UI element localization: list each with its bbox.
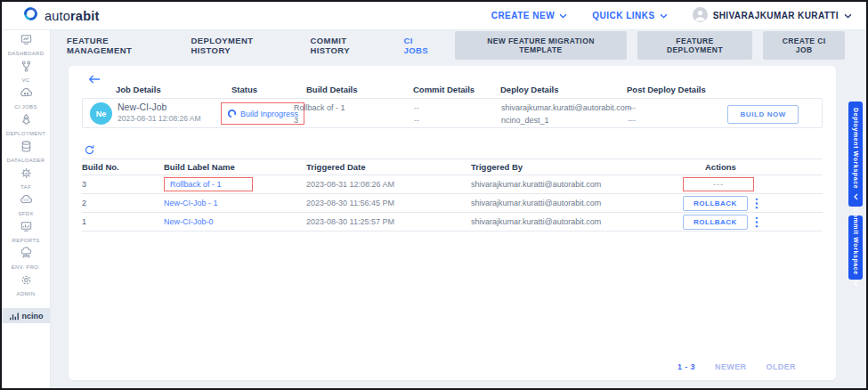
status-badge: Build Inprogress bbox=[240, 110, 298, 118]
annotation-box-status: Build Inprogress bbox=[221, 102, 304, 125]
annotation-box-build-label: Rollback of - 1 bbox=[164, 177, 253, 191]
build-label-link[interactable]: Rollback of - 1 bbox=[170, 180, 222, 189]
sidebar-item-sfdx[interactable]: DX SFDX bbox=[2, 191, 50, 217]
col-build-details: Build Details bbox=[306, 85, 358, 94]
col-build-label-name: Build Label Name bbox=[164, 162, 306, 172]
quick-links-menu[interactable]: QUICK LINKS bbox=[592, 11, 668, 20]
commit-workspace-tab[interactable]: Commit Workspace bbox=[848, 215, 863, 280]
user-menu[interactable]: SHIVARAJKUMAR KURATTI bbox=[693, 7, 852, 24]
build-no: 3 bbox=[82, 180, 164, 189]
new-feature-migration-template-button[interactable]: NEW FEATURE MIGRATION TEMPLATE bbox=[455, 31, 627, 60]
autorabit-swirl-icon bbox=[23, 6, 38, 25]
job-name: New-CI-Job bbox=[118, 102, 201, 112]
sidebar-item-vc[interactable]: VC bbox=[2, 58, 50, 84]
table-row: 1 New-CI-Job-0 2023-08-30 11:25:57 PM sh… bbox=[82, 213, 823, 232]
build-label-link[interactable]: New-CI-Job-0 bbox=[164, 217, 306, 226]
col-deploy-details: Deploy Details bbox=[500, 85, 558, 94]
sidebar-item-dataloader[interactable]: DATALOADER bbox=[2, 138, 50, 164]
commit-detail-line1: -- bbox=[414, 102, 419, 114]
tab-feature-management[interactable]: FEATURE MANAGEMENT bbox=[67, 32, 176, 59]
svg-text:DX: DX bbox=[23, 198, 28, 202]
build-label-link[interactable]: New-CI-Job - 1 bbox=[164, 199, 306, 207]
table-row: 3 Rollback of - 1 2023-08-31 12:08:26 AM… bbox=[82, 175, 823, 194]
pagination-newer[interactable]: NEWER bbox=[715, 362, 747, 371]
sidebar-project-ncino[interactable]: ncino bbox=[2, 308, 50, 323]
deployment-workspace-tab[interactable]: Deployment Workspace bbox=[848, 102, 863, 207]
job-timestamp: 2023-08-31 12:08:26 AM bbox=[118, 114, 201, 123]
chevron-expand-icon bbox=[854, 280, 858, 287]
col-actions: Actions bbox=[683, 162, 823, 172]
top-bar: autorabit CREATE NEW QUICK LINKS SHIVARA… bbox=[2, 2, 866, 30]
tab-deployment-history[interactable]: DEPLOYMENT HISTORY bbox=[191, 32, 296, 59]
gear-check-icon bbox=[20, 167, 33, 183]
sidebar-item-env-pro[interactable]: ENV. PRO. bbox=[2, 245, 50, 271]
kebab-menu-icon[interactable] bbox=[755, 216, 758, 228]
dashboard-icon bbox=[20, 33, 33, 50]
build-no: 2 bbox=[82, 199, 164, 207]
triggered-by: shivarajkumar.kuratti@autorabit.com bbox=[471, 217, 683, 226]
col-commit-details: Commit Details bbox=[413, 85, 475, 94]
app-window: autorabit CREATE NEW QUICK LINKS SHIVARA… bbox=[0, 0, 868, 390]
col-triggered-date: Triggered Date bbox=[306, 162, 471, 172]
rollback-button[interactable]: ROLLBACK bbox=[683, 196, 748, 211]
sidebar-item-ci-jobs[interactable]: CI JOBS bbox=[2, 85, 50, 110]
sidebar-nav: DASHBOARD VC CI JOBS DEPLOYMENT DATALOAD… bbox=[2, 30, 51, 388]
rollback-button[interactable]: ROLLBACK bbox=[683, 215, 748, 230]
chevron-down-icon bbox=[844, 11, 852, 20]
sfdx-cloud-icon: DX bbox=[20, 193, 33, 210]
job-avatar: Ne bbox=[90, 102, 112, 125]
post-deploy-line2: --- bbox=[628, 114, 636, 126]
build-detail-line1: Rollback of - 1 bbox=[294, 102, 345, 114]
col-triggered-by: Triggered By bbox=[471, 162, 683, 172]
database-icon bbox=[20, 140, 33, 157]
create-ci-job-button[interactable]: CREATE CI JOB bbox=[763, 31, 845, 60]
sidebar-item-dashboard[interactable]: DASHBOARD bbox=[2, 31, 50, 57]
col-build-no: Build No. bbox=[82, 162, 164, 172]
sidebar-item-taf[interactable]: TAF bbox=[2, 165, 50, 191]
col-post-deploy-details: Post Deploy Details bbox=[627, 85, 706, 94]
spinner-icon bbox=[227, 109, 237, 118]
sidebar-item-reports[interactable]: REPORTS bbox=[2, 218, 50, 244]
builds-table-header: Build No. Build Label Name Triggered Dat… bbox=[82, 158, 823, 175]
sidebar-item-deployment[interactable]: DEPLOYMENT bbox=[2, 111, 50, 137]
chevron-expand-icon bbox=[854, 193, 858, 200]
ci-jobs-cloud-icon bbox=[20, 86, 33, 103]
sidebar-item-admin[interactable]: ADMIN bbox=[2, 272, 50, 297]
pagination: 1 - 3 NEWER OLDER bbox=[677, 362, 796, 371]
job-summary-row: Ne New-CI-Job 2023-08-31 12:08:26 AM Bui… bbox=[82, 98, 823, 128]
chevron-down-icon bbox=[660, 11, 668, 20]
builds-table: Build No. Build Label Name Triggered Dat… bbox=[82, 158, 823, 232]
kebab-menu-icon[interactable] bbox=[755, 198, 758, 209]
table-row: 2 New-CI-Job - 1 2023-08-30 11:56:45 PM … bbox=[82, 194, 823, 213]
pagination-older[interactable]: OLDER bbox=[767, 362, 797, 371]
post-deploy-line1: --- bbox=[628, 102, 636, 114]
back-arrow-icon[interactable] bbox=[88, 74, 101, 85]
tab-ci-jobs[interactable]: CI JOBS bbox=[404, 32, 441, 59]
chevron-down-icon bbox=[559, 11, 567, 20]
build-now-button[interactable]: BUILD NOW bbox=[727, 105, 799, 124]
triggered-date: 2023-08-30 11:56:45 PM bbox=[306, 199, 471, 207]
admin-gear-icon bbox=[20, 273, 33, 290]
refresh-icon[interactable] bbox=[84, 144, 95, 156]
create-new-menu[interactable]: CREATE NEW bbox=[491, 11, 567, 20]
bar-chart-icon bbox=[9, 311, 20, 321]
actions-ellipsis: --- bbox=[713, 180, 724, 189]
environment-cloud-network-icon bbox=[20, 247, 33, 264]
brand-name: autorabit bbox=[45, 9, 99, 23]
avatar bbox=[693, 7, 708, 24]
pagination-range: 1 - 3 bbox=[677, 362, 695, 371]
col-status: Status bbox=[231, 85, 257, 94]
username-label: SHIVARAJKUMAR KURATTI bbox=[713, 11, 839, 20]
annotation-box-actions: --- bbox=[683, 177, 754, 191]
ci-job-detail-card: Job Details Status Build Details Commit … bbox=[69, 66, 836, 380]
triggered-date: 2023-08-31 12:08:26 AM bbox=[306, 180, 471, 189]
module-tab-bar: FEATURE MANAGEMENT DEPLOYMENT HISTORY CO… bbox=[51, 30, 866, 60]
reports-icon bbox=[20, 220, 33, 237]
tab-commit-history[interactable]: COMMIT HISTORY bbox=[311, 32, 389, 59]
brand-logo[interactable]: autorabit bbox=[23, 6, 99, 25]
feature-deployment-button[interactable]: FEATURE DEPLOYMENT bbox=[637, 31, 752, 60]
deploy-detail-org: ncino_dest_1 bbox=[501, 114, 631, 126]
build-detail-line2: 3 bbox=[294, 114, 345, 126]
main-content: FEATURE MANAGEMENT DEPLOYMENT HISTORY CO… bbox=[51, 30, 866, 388]
triggered-by: shivarajkumar.kuratti@autorabit.com bbox=[471, 180, 683, 189]
